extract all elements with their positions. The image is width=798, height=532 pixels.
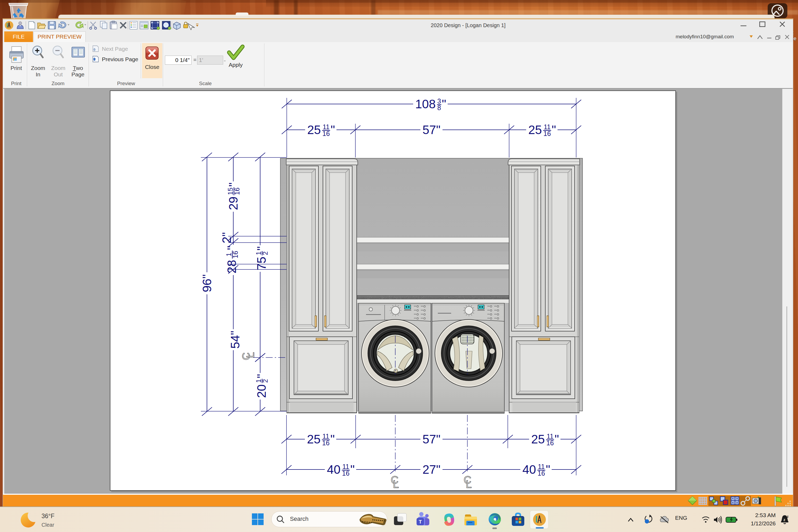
svg-text:25: 25: [531, 432, 545, 446]
svg-text:40: 40: [522, 462, 536, 476]
svg-text:16: 16: [232, 251, 239, 258]
svg-text:z: z: [787, 514, 789, 518]
svg-text:3: 3: [437, 97, 441, 105]
svg-text:1: 1: [225, 253, 232, 256]
svg-text:54": 54": [228, 331, 242, 349]
svg-text:11: 11: [342, 463, 349, 470]
svg-text:L: L: [393, 478, 399, 490]
svg-text:z: z: [783, 517, 785, 522]
svg-text:1: 1: [255, 251, 262, 255]
svg-text:29: 29: [226, 196, 240, 210]
svg-text:16: 16: [537, 470, 545, 477]
svg-text:2": 2": [220, 232, 233, 243]
svg-text:8: 8: [437, 104, 441, 111]
svg-text:27": 27": [422, 462, 440, 476]
svg-text:16: 16: [233, 188, 241, 195]
svg-text:11: 11: [323, 123, 329, 131]
svg-text:": ": [254, 374, 268, 378]
svg-text:": ": [226, 183, 240, 187]
svg-text:16: 16: [322, 439, 329, 446]
svg-text:2: 2: [262, 251, 269, 255]
svg-text:57": 57": [422, 432, 440, 446]
svg-text:": ": [350, 462, 355, 476]
svg-text:15: 15: [227, 188, 234, 195]
svg-text:75: 75: [254, 257, 268, 270]
svg-text:": ": [254, 246, 268, 251]
svg-text:": ": [225, 246, 239, 250]
svg-text:16: 16: [544, 130, 551, 137]
svg-text:20: 20: [254, 384, 268, 398]
svg-text:57": 57": [422, 123, 440, 137]
svg-text:L: L: [466, 478, 472, 490]
svg-text:28: 28: [225, 260, 239, 273]
svg-text:25: 25: [528, 123, 542, 137]
svg-text:": ": [555, 432, 559, 446]
svg-text:": ": [442, 97, 446, 111]
svg-text:40: 40: [327, 462, 341, 476]
svg-text:96": 96": [200, 274, 214, 292]
svg-text:25: 25: [307, 432, 321, 446]
svg-text:16: 16: [342, 470, 349, 477]
svg-text:": ": [552, 123, 556, 137]
svg-text:11: 11: [544, 123, 551, 131]
svg-text:": ": [331, 123, 335, 137]
svg-text:11: 11: [547, 433, 554, 440]
svg-text:11: 11: [322, 433, 329, 440]
svg-text:16: 16: [322, 130, 330, 137]
svg-text:L: L: [244, 352, 256, 358]
svg-text:1: 1: [255, 379, 262, 383]
svg-text:108: 108: [415, 97, 436, 111]
svg-text:16: 16: [546, 439, 554, 446]
svg-text:11: 11: [538, 463, 545, 470]
svg-text:T: T: [419, 519, 422, 525]
svg-text:2: 2: [262, 379, 269, 383]
svg-text:": ": [546, 462, 550, 476]
svg-text:25: 25: [307, 123, 321, 137]
svg-text:": ": [330, 432, 335, 446]
